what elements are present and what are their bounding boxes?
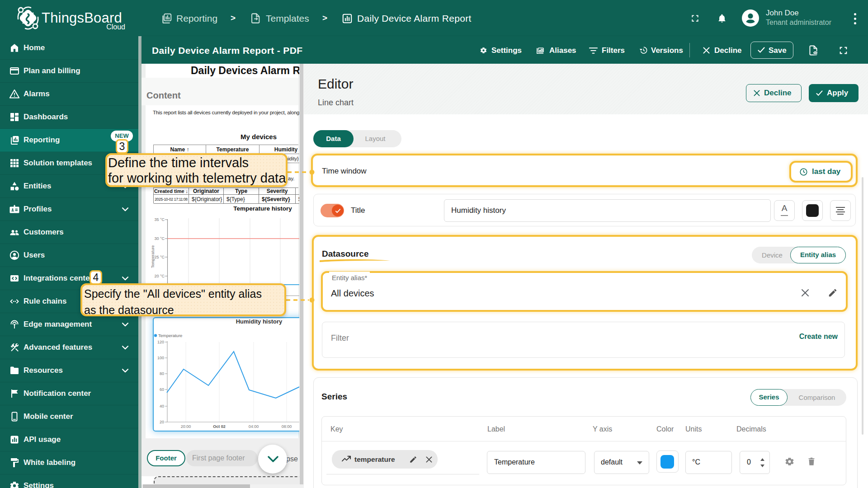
- svg-text:20:00: 20:00: [181, 424, 191, 429]
- svg-text:08:00: 08:00: [282, 424, 292, 429]
- svg-text:25 °C: 25 °C: [154, 255, 165, 259]
- svg-text:60: 60: [160, 387, 164, 392]
- svg-text:Temperature: Temperature: [151, 245, 155, 268]
- svg-text:20 °C: 20 °C: [154, 274, 165, 278]
- svg-text:120: 120: [157, 340, 164, 344]
- svg-text:20: 20: [160, 420, 164, 424]
- svg-text:Temperature: Temperature: [158, 333, 182, 338]
- svg-text:40: 40: [160, 404, 164, 408]
- svg-text:100: 100: [157, 356, 164, 360]
- svg-text:04:00: 04:00: [249, 424, 259, 429]
- svg-text:30 °C: 30 °C: [154, 236, 165, 241]
- svg-text:Oct 02: Oct 02: [213, 424, 226, 429]
- svg-text:35 °C: 35 °C: [154, 217, 165, 222]
- svg-text:80: 80: [160, 371, 164, 376]
